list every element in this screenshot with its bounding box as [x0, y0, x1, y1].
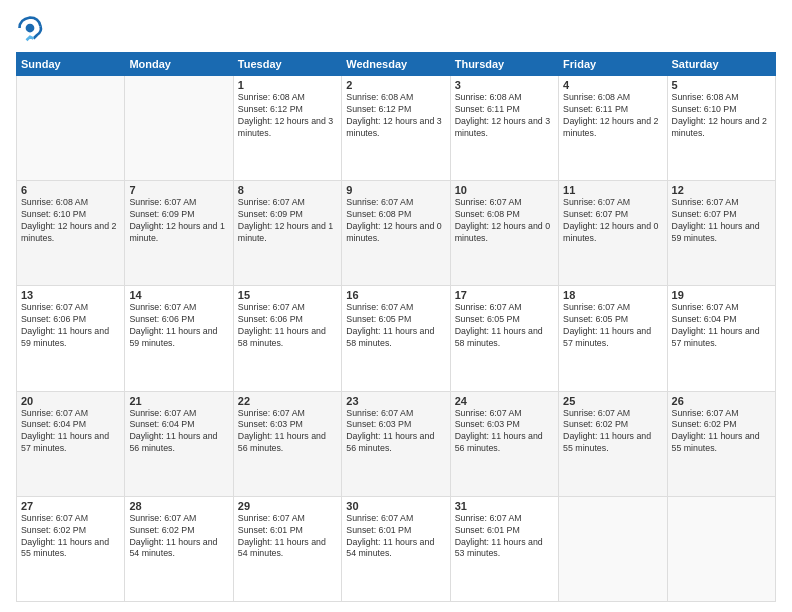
- day-number: 10: [455, 184, 554, 196]
- calendar-cell: 25Sunrise: 6:07 AM Sunset: 6:02 PM Dayli…: [559, 391, 667, 496]
- day-number: 13: [21, 289, 120, 301]
- day-info: Sunrise: 6:07 AM Sunset: 6:01 PM Dayligh…: [238, 513, 337, 561]
- day-number: 24: [455, 395, 554, 407]
- calendar-cell: [125, 76, 233, 181]
- page: SundayMondayTuesdayWednesdayThursdayFrid…: [0, 0, 792, 612]
- day-number: 5: [672, 79, 771, 91]
- calendar-cell: 11Sunrise: 6:07 AM Sunset: 6:07 PM Dayli…: [559, 181, 667, 286]
- calendar-table: SundayMondayTuesdayWednesdayThursdayFrid…: [16, 52, 776, 602]
- day-info: Sunrise: 6:07 AM Sunset: 6:02 PM Dayligh…: [672, 408, 771, 456]
- calendar-cell: [559, 496, 667, 601]
- calendar-cell: 2Sunrise: 6:08 AM Sunset: 6:12 PM Daylig…: [342, 76, 450, 181]
- day-number: 26: [672, 395, 771, 407]
- calendar-header: SundayMondayTuesdayWednesdayThursdayFrid…: [17, 53, 776, 76]
- header-cell-tuesday: Tuesday: [233, 53, 341, 76]
- header-cell-thursday: Thursday: [450, 53, 558, 76]
- day-info: Sunrise: 6:07 AM Sunset: 6:06 PM Dayligh…: [21, 302, 120, 350]
- day-number: 18: [563, 289, 662, 301]
- calendar-cell: 12Sunrise: 6:07 AM Sunset: 6:07 PM Dayli…: [667, 181, 775, 286]
- calendar-cell: 22Sunrise: 6:07 AM Sunset: 6:03 PM Dayli…: [233, 391, 341, 496]
- header-cell-saturday: Saturday: [667, 53, 775, 76]
- week-row-2: 13Sunrise: 6:07 AM Sunset: 6:06 PM Dayli…: [17, 286, 776, 391]
- day-info: Sunrise: 6:07 AM Sunset: 6:01 PM Dayligh…: [455, 513, 554, 561]
- calendar-cell: 27Sunrise: 6:07 AM Sunset: 6:02 PM Dayli…: [17, 496, 125, 601]
- calendar-body: 1Sunrise: 6:08 AM Sunset: 6:12 PM Daylig…: [17, 76, 776, 602]
- calendar-cell: 10Sunrise: 6:07 AM Sunset: 6:08 PM Dayli…: [450, 181, 558, 286]
- calendar-cell: 29Sunrise: 6:07 AM Sunset: 6:01 PM Dayli…: [233, 496, 341, 601]
- header-cell-monday: Monday: [125, 53, 233, 76]
- day-number: 29: [238, 500, 337, 512]
- header: [16, 14, 776, 42]
- day-info: Sunrise: 6:07 AM Sunset: 6:03 PM Dayligh…: [455, 408, 554, 456]
- day-info: Sunrise: 6:07 AM Sunset: 6:09 PM Dayligh…: [238, 197, 337, 245]
- day-number: 3: [455, 79, 554, 91]
- calendar-cell: 19Sunrise: 6:07 AM Sunset: 6:04 PM Dayli…: [667, 286, 775, 391]
- week-row-4: 27Sunrise: 6:07 AM Sunset: 6:02 PM Dayli…: [17, 496, 776, 601]
- week-row-1: 6Sunrise: 6:08 AM Sunset: 6:10 PM Daylig…: [17, 181, 776, 286]
- svg-point-0: [26, 24, 35, 33]
- header-row: SundayMondayTuesdayWednesdayThursdayFrid…: [17, 53, 776, 76]
- day-info: Sunrise: 6:07 AM Sunset: 6:04 PM Dayligh…: [129, 408, 228, 456]
- day-number: 12: [672, 184, 771, 196]
- calendar-cell: 30Sunrise: 6:07 AM Sunset: 6:01 PM Dayli…: [342, 496, 450, 601]
- calendar-cell: 31Sunrise: 6:07 AM Sunset: 6:01 PM Dayli…: [450, 496, 558, 601]
- calendar-cell: 15Sunrise: 6:07 AM Sunset: 6:06 PM Dayli…: [233, 286, 341, 391]
- day-info: Sunrise: 6:08 AM Sunset: 6:11 PM Dayligh…: [563, 92, 662, 140]
- day-number: 28: [129, 500, 228, 512]
- day-info: Sunrise: 6:07 AM Sunset: 6:07 PM Dayligh…: [563, 197, 662, 245]
- calendar-cell: 21Sunrise: 6:07 AM Sunset: 6:04 PM Dayli…: [125, 391, 233, 496]
- day-info: Sunrise: 6:07 AM Sunset: 6:01 PM Dayligh…: [346, 513, 445, 561]
- calendar-cell: 14Sunrise: 6:07 AM Sunset: 6:06 PM Dayli…: [125, 286, 233, 391]
- day-number: 1: [238, 79, 337, 91]
- week-row-0: 1Sunrise: 6:08 AM Sunset: 6:12 PM Daylig…: [17, 76, 776, 181]
- day-info: Sunrise: 6:07 AM Sunset: 6:02 PM Dayligh…: [21, 513, 120, 561]
- day-number: 31: [455, 500, 554, 512]
- day-info: Sunrise: 6:07 AM Sunset: 6:04 PM Dayligh…: [672, 302, 771, 350]
- day-info: Sunrise: 6:07 AM Sunset: 6:08 PM Dayligh…: [346, 197, 445, 245]
- day-number: 2: [346, 79, 445, 91]
- day-number: 11: [563, 184, 662, 196]
- day-info: Sunrise: 6:07 AM Sunset: 6:05 PM Dayligh…: [455, 302, 554, 350]
- day-info: Sunrise: 6:07 AM Sunset: 6:05 PM Dayligh…: [563, 302, 662, 350]
- day-number: 4: [563, 79, 662, 91]
- day-number: 17: [455, 289, 554, 301]
- day-info: Sunrise: 6:08 AM Sunset: 6:11 PM Dayligh…: [455, 92, 554, 140]
- day-number: 23: [346, 395, 445, 407]
- day-number: 27: [21, 500, 120, 512]
- logo-icon: [16, 14, 44, 42]
- day-number: 19: [672, 289, 771, 301]
- day-info: Sunrise: 6:08 AM Sunset: 6:12 PM Dayligh…: [346, 92, 445, 140]
- calendar-cell: 8Sunrise: 6:07 AM Sunset: 6:09 PM Daylig…: [233, 181, 341, 286]
- header-cell-sunday: Sunday: [17, 53, 125, 76]
- calendar-cell: 16Sunrise: 6:07 AM Sunset: 6:05 PM Dayli…: [342, 286, 450, 391]
- calendar-cell: 26Sunrise: 6:07 AM Sunset: 6:02 PM Dayli…: [667, 391, 775, 496]
- day-info: Sunrise: 6:08 AM Sunset: 6:10 PM Dayligh…: [672, 92, 771, 140]
- calendar-cell: 7Sunrise: 6:07 AM Sunset: 6:09 PM Daylig…: [125, 181, 233, 286]
- calendar-cell: 6Sunrise: 6:08 AM Sunset: 6:10 PM Daylig…: [17, 181, 125, 286]
- calendar-cell: 23Sunrise: 6:07 AM Sunset: 6:03 PM Dayli…: [342, 391, 450, 496]
- calendar-cell: 3Sunrise: 6:08 AM Sunset: 6:11 PM Daylig…: [450, 76, 558, 181]
- day-info: Sunrise: 6:07 AM Sunset: 6:05 PM Dayligh…: [346, 302, 445, 350]
- day-info: Sunrise: 6:07 AM Sunset: 6:07 PM Dayligh…: [672, 197, 771, 245]
- week-row-3: 20Sunrise: 6:07 AM Sunset: 6:04 PM Dayli…: [17, 391, 776, 496]
- day-number: 6: [21, 184, 120, 196]
- calendar-cell: [667, 496, 775, 601]
- day-number: 14: [129, 289, 228, 301]
- day-info: Sunrise: 6:07 AM Sunset: 6:04 PM Dayligh…: [21, 408, 120, 456]
- day-number: 25: [563, 395, 662, 407]
- day-info: Sunrise: 6:07 AM Sunset: 6:03 PM Dayligh…: [238, 408, 337, 456]
- day-number: 8: [238, 184, 337, 196]
- day-number: 9: [346, 184, 445, 196]
- day-info: Sunrise: 6:07 AM Sunset: 6:09 PM Dayligh…: [129, 197, 228, 245]
- calendar-cell: 4Sunrise: 6:08 AM Sunset: 6:11 PM Daylig…: [559, 76, 667, 181]
- day-info: Sunrise: 6:07 AM Sunset: 6:06 PM Dayligh…: [129, 302, 228, 350]
- calendar-cell: 13Sunrise: 6:07 AM Sunset: 6:06 PM Dayli…: [17, 286, 125, 391]
- day-info: Sunrise: 6:07 AM Sunset: 6:02 PM Dayligh…: [563, 408, 662, 456]
- day-info: Sunrise: 6:08 AM Sunset: 6:12 PM Dayligh…: [238, 92, 337, 140]
- calendar-cell: 18Sunrise: 6:07 AM Sunset: 6:05 PM Dayli…: [559, 286, 667, 391]
- header-cell-friday: Friday: [559, 53, 667, 76]
- day-number: 20: [21, 395, 120, 407]
- day-info: Sunrise: 6:07 AM Sunset: 6:08 PM Dayligh…: [455, 197, 554, 245]
- header-cell-wednesday: Wednesday: [342, 53, 450, 76]
- day-number: 16: [346, 289, 445, 301]
